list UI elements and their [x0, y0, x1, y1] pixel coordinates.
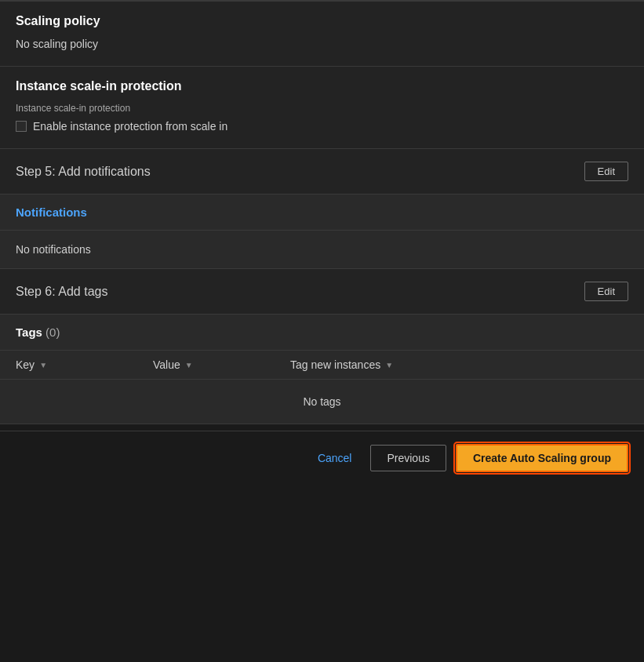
- tags-subsection-header: Tags (0): [0, 315, 644, 351]
- tags-table-header: Key ▼ Value ▼ Tag new instances ▼: [0, 351, 644, 380]
- no-tags-text: No tags: [0, 380, 644, 424]
- step5-title: Step 5: Add notifications: [16, 165, 151, 179]
- tag-instances-sort-icon: ▼: [385, 361, 393, 369]
- footer: Cancel Previous Create Auto Scaling grou…: [0, 431, 644, 485]
- step6-header: Step 6: Add tags Edit: [0, 269, 644, 315]
- notifications-subsection-header: Notifications: [0, 195, 644, 231]
- notifications-subsection: Notifications No notifications: [0, 195, 644, 269]
- value-sort-icon: ▼: [185, 361, 193, 369]
- scaling-policy-value: No scaling policy: [16, 38, 628, 50]
- create-auto-scaling-button[interactable]: Create Auto Scaling group: [456, 444, 628, 472]
- column-tag-new-instances: Tag new instances ▼: [290, 358, 628, 371]
- step6-title: Step 6: Add tags: [16, 285, 107, 299]
- tags-subsection: Tags (0) Key ▼ Value ▼ Tag new instances…: [0, 315, 644, 424]
- enable-protection-label: Enable instance protection from scale in: [33, 120, 227, 133]
- column-key: Key ▼: [16, 358, 153, 371]
- cancel-button[interactable]: Cancel: [308, 446, 362, 471]
- step5-header: Step 5: Add notifications Edit: [0, 149, 644, 195]
- notifications-content: No notifications: [0, 231, 644, 268]
- step5-edit-button[interactable]: Edit: [584, 162, 628, 181]
- no-notifications-text: No notifications: [16, 243, 91, 256]
- tags-count: (0): [45, 326, 60, 339]
- column-value: Value ▼: [153, 358, 290, 371]
- scaling-policy-title: Scaling policy: [16, 14, 628, 28]
- key-sort-icon: ▼: [39, 361, 47, 369]
- instance-protection-section: Instance scale-in protection Instance sc…: [0, 67, 644, 149]
- instance-protection-label: Instance scale-in protection: [16, 103, 628, 114]
- previous-button[interactable]: Previous: [370, 445, 446, 471]
- enable-protection-checkbox[interactable]: [16, 121, 27, 132]
- scaling-policy-section: Scaling policy No scaling policy: [0, 2, 644, 67]
- step6-edit-button[interactable]: Edit: [584, 282, 628, 301]
- tags-title: Tags (0): [16, 326, 60, 339]
- notifications-title: Notifications: [16, 206, 87, 219]
- instance-protection-title: Instance scale-in protection: [16, 79, 628, 93]
